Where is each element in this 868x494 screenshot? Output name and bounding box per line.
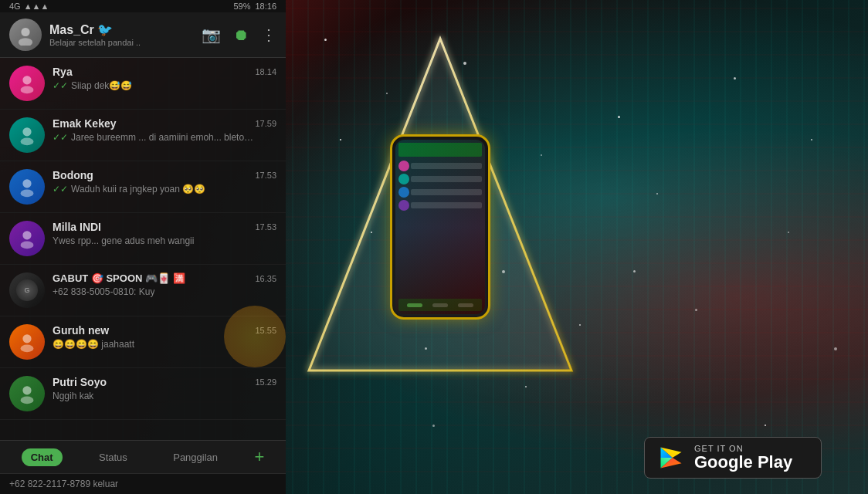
list-item[interactable]: Bodong 17.53 ✓✓ Waduh kuii ra jngkep yoa… (0, 161, 286, 213)
bottom-nav: Chat Status Panggilan + (0, 440, 286, 473)
signal-bars: ▲▲▲ (24, 2, 49, 11)
svg-point-16 (22, 386, 31, 394)
svg-point-15 (21, 345, 34, 353)
more-icon[interactable]: ⋮ (261, 25, 276, 44)
chat-top: Rya 18.14 (53, 66, 276, 78)
chat-content: Putri Soyo 15.29 Nggih kak (53, 376, 276, 401)
svg-point-9 (21, 138, 34, 146)
chat-content: GABUT 🎯 SPOON 🎮🀄 🈵 16.35 +62 838-5005-08… (53, 272, 276, 297)
time-display: 18:16 (255, 2, 276, 11)
message-time: 18.14 (255, 67, 276, 76)
header-status: Belajar setelah pandai .. (49, 38, 194, 47)
bottom-bar: +62 822-2117-8789 keluar (0, 473, 286, 494)
google-play-icon (657, 444, 685, 472)
svg-point-6 (22, 76, 31, 84)
list-item[interactable]: Putri Soyo 15.29 Nggih kak (0, 368, 286, 420)
chat-header: Mas_Cr 🐦 Belajar setelah pandai .. 📷 ⏺ ⋮ (0, 12, 286, 58)
read-indicator: ✓✓ (53, 132, 68, 143)
message-time: 17.59 (255, 119, 276, 128)
chat-meta: ✓✓ Waduh kuii ra jngkep yoan 🥺🥺 (53, 184, 276, 195)
chat-top: Bodong 17.53 (53, 169, 276, 181)
contact-name: GABUT 🎯 SPOON 🎮🀄 🈵 (53, 272, 185, 284)
nav-tabs: Chat Status Panggilan + (0, 447, 286, 467)
message-preview: Nggih kak (53, 391, 93, 401)
chat-meta: Ywes rpp... gene adus meh wangii (53, 235, 276, 246)
status-bar: 4G ▲▲▲ 59% 18:16 (0, 0, 286, 12)
message-preview: +62 838-5005-0810: Kuy (53, 286, 154, 297)
chat-content: Milla INDI 17.53 Ywes rpp... gene adus m… (53, 221, 276, 246)
avatar (9, 66, 45, 101)
chat-list: Rya 18.14 ✓✓ Siiap dek😅😅 Emak Kekey (0, 58, 286, 440)
phone-mockup (390, 134, 490, 320)
contact-name: Bodong (53, 169, 93, 181)
header-name: Mas_Cr 🐦 (49, 22, 194, 37)
chat-top: GABUT 🎯 SPOON 🎮🀄 🈵 16.35 (53, 272, 276, 284)
phone-screen (395, 140, 485, 314)
chat-meta: +62 838-5005-0810: Kuy (53, 286, 276, 297)
message-preview: 😄😄😄😄 jaahaatt (53, 339, 134, 350)
get-it-on-label: GET IT ON (694, 444, 792, 453)
svg-point-8 (22, 127, 31, 136)
avatar (9, 376, 45, 411)
tab-chat[interactable]: Chat (22, 448, 63, 466)
svg-point-17 (21, 397, 34, 404)
camera-icon[interactable]: 📷 (202, 25, 221, 44)
svg-point-10 (22, 179, 31, 188)
svg-point-4 (21, 28, 29, 36)
message-preview: Waduh kuii ra jngkep yoan 🥺🥺 (71, 184, 205, 195)
header-info: Mas_Cr 🐦 Belajar setelah pandai .. (49, 22, 194, 47)
record-icon[interactable]: ⏺ (233, 26, 249, 44)
svg-point-13 (21, 242, 34, 249)
svg-point-11 (21, 190, 34, 198)
add-button[interactable]: + (254, 447, 264, 467)
message-time: 15.29 (255, 377, 276, 387)
list-item[interactable]: Guruh new 15.55 😄😄😄😄 jaahaatt (0, 316, 286, 368)
svg-point-14 (22, 334, 31, 343)
tab-panggilan[interactable]: Panggilan (164, 448, 227, 466)
chat-panel: 4G ▲▲▲ 59% 18:16 Mas_Cr 🐦 Belajar setela… (0, 0, 286, 494)
read-indicator: ✓✓ (53, 184, 68, 195)
list-item[interactable]: Milla INDI 17.53 Ywes rpp... gene adus m… (0, 213, 286, 265)
svg-point-12 (22, 231, 31, 239)
battery-indicator: 59% (233, 2, 250, 11)
contact-name: Milla INDI (53, 221, 101, 233)
google-play-label: Google Play (694, 453, 792, 472)
triangle-graphic (293, 23, 587, 394)
read-indicator: ✓✓ (53, 80, 68, 91)
status-bar-right: 59% 18:16 (233, 2, 276, 11)
svg-point-7 (21, 86, 34, 94)
contact-name: Emak Kekey (53, 117, 117, 130)
chat-content: Emak Kekey 17.59 ✓✓ Jaree bureemm ... di… (53, 117, 276, 143)
bird-emoji: 🐦 (97, 22, 113, 37)
message-preview: Jaree bureemm ... di aamiini emoh... ble… (71, 132, 256, 143)
message-time: 17.53 (255, 222, 276, 232)
chat-content: Rya 18.14 ✓✓ Siiap dek😅😅 (53, 66, 276, 91)
message-time: 16.35 (255, 274, 276, 283)
tab-status[interactable]: Status (90, 448, 137, 466)
message-time: 17.53 (255, 171, 276, 180)
chat-content: Bodong 17.53 ✓✓ Waduh kuii ra jngkep yoa… (53, 169, 276, 195)
google-play-text: GET IT ON Google Play (694, 444, 792, 472)
avatar (9, 221, 45, 256)
avatar (9, 324, 45, 360)
chat-meta: ✓✓ Siiap dek😅😅 (53, 80, 276, 91)
bottom-message: +62 822-2117-8789 keluar (9, 479, 276, 489)
chat-top: Emak Kekey 17.59 (53, 117, 276, 130)
avatar: G (9, 272, 45, 308)
contact-name: Putri Soyo (53, 376, 107, 388)
avatar (9, 117, 45, 153)
list-item[interactable]: Emak Kekey 17.59 ✓✓ Jaree bureemm ... di… (0, 110, 286, 161)
list-item[interactable]: Rya 18.14 ✓✓ Siiap dek😅😅 (0, 58, 286, 110)
svg-point-5 (19, 38, 32, 46)
google-play-badge[interactable]: GET IT ON Google Play (644, 437, 822, 479)
chat-top: Milla INDI 17.53 (53, 221, 276, 233)
header-icons: 📷 ⏺ ⋮ (202, 25, 276, 44)
message-preview: Siiap dek😅😅 (71, 80, 132, 91)
message-preview: Ywes rpp... gene adus meh wangii (53, 235, 194, 246)
contact-name: Guruh new (53, 324, 109, 337)
contact-name: Rya (53, 66, 73, 78)
chat-meta: Nggih kak (53, 391, 276, 401)
chat-meta: ✓✓ Jaree bureemm ... di aamiini emoh... … (53, 132, 276, 143)
username-label: Mas_Cr (49, 23, 94, 37)
avatar (9, 19, 42, 51)
